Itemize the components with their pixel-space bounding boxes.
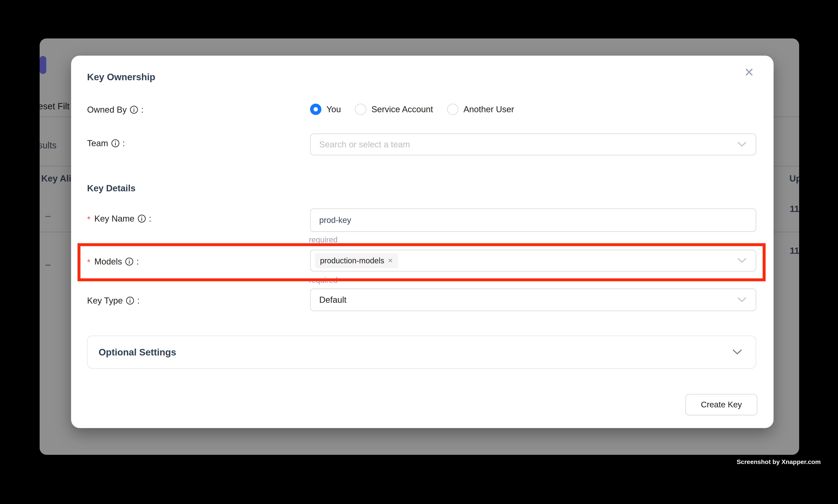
key-name-label: * Key Name : bbox=[87, 214, 151, 223]
owned-by-radio-group: You Service Account Another User bbox=[310, 104, 528, 115]
optional-settings-label: Optional Settings bbox=[99, 347, 176, 358]
owned-by-label: Owned By : bbox=[87, 105, 143, 114]
radio-unselected-icon bbox=[355, 104, 366, 115]
team-select[interactable]: Search or select a team bbox=[310, 133, 756, 155]
info-icon[interactable] bbox=[111, 139, 120, 147]
radio-option-another-user[interactable]: Another User bbox=[447, 104, 514, 115]
key-details-heading: Key Details bbox=[87, 183, 136, 194]
models-select[interactable]: production-models ✕ bbox=[310, 250, 756, 271]
models-label: * Models : bbox=[87, 257, 139, 267]
chevron-down-icon bbox=[733, 349, 742, 355]
create-key-button[interactable]: Create Key bbox=[685, 394, 757, 415]
tag-remove-icon[interactable]: ✕ bbox=[388, 257, 393, 264]
chevron-down-icon bbox=[738, 142, 746, 147]
team-label: Team : bbox=[87, 138, 125, 148]
watermark: Screenshot by Xnapper.com bbox=[737, 458, 821, 466]
close-icon[interactable]: ✕ bbox=[741, 64, 758, 81]
selected-model-tag: production-models ✕ bbox=[315, 253, 398, 268]
required-asterisk: * bbox=[87, 215, 90, 224]
key-type-label: Key Type : bbox=[87, 296, 140, 305]
required-asterisk: * bbox=[87, 257, 90, 267]
radio-option-service-account[interactable]: Service Account bbox=[355, 104, 433, 115]
key-name-input[interactable] bbox=[310, 209, 756, 232]
key-name-validation: required bbox=[309, 235, 338, 244]
modal-title: Key Ownership bbox=[87, 72, 155, 83]
key-type-value: Default bbox=[319, 295, 346, 305]
create-key-modal: Key Ownership ✕ Owned By : You Service A… bbox=[71, 56, 773, 428]
info-icon[interactable] bbox=[130, 106, 138, 114]
key-type-select[interactable]: Default bbox=[310, 288, 756, 311]
info-icon[interactable] bbox=[138, 215, 146, 223]
info-icon[interactable] bbox=[125, 257, 133, 266]
models-validation: required bbox=[309, 276, 338, 285]
radio-selected-icon bbox=[310, 104, 321, 115]
team-select-placeholder: Search or select a team bbox=[319, 140, 410, 149]
radio-option-you[interactable]: You bbox=[310, 104, 341, 115]
radio-unselected-icon bbox=[447, 104, 459, 115]
chevron-down-icon bbox=[738, 258, 746, 263]
chevron-down-icon bbox=[738, 297, 746, 302]
info-icon[interactable] bbox=[126, 296, 134, 305]
optional-settings-toggle[interactable]: Optional Settings bbox=[87, 336, 756, 369]
